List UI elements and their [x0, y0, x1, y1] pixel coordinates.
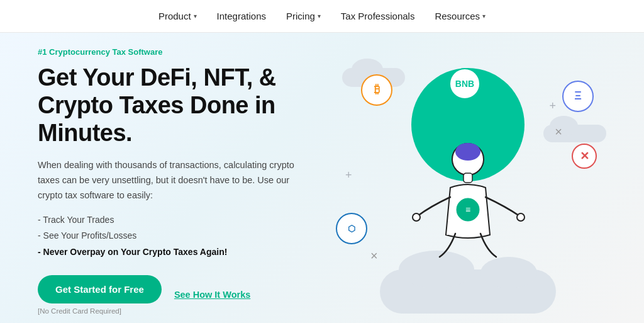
xmark-icon-top: ×: [555, 125, 562, 139]
pricing-chevron-icon: ▾: [318, 13, 321, 20]
hero-section: #1 Cryptocurrency Tax Software Get Your …: [0, 33, 644, 323]
feature-track: - Track Your Trades: [38, 212, 330, 228]
cta-primary-wrapper: Get Started for Free [No Credit Card Req…: [38, 275, 162, 315]
x-coin-icon: ✕: [572, 144, 597, 169]
feature-overpay: - Never Overpay on Your Crypto Taxes Aga…: [38, 244, 330, 260]
hero-badge: #1 Cryptocurrency Tax Software: [38, 47, 330, 57]
nav-pricing-label: Pricing: [286, 11, 315, 21]
ethereum-coin-icon: Ξ: [562, 81, 594, 112]
nav-product[interactable]: Product ▾: [158, 11, 197, 21]
hero-title: Get Your DeFi, NFT, & Crypto Taxes Done …: [38, 64, 330, 147]
cloud-right: [543, 125, 606, 142]
get-started-button[interactable]: Get Started for Free: [38, 275, 162, 303]
svg-point-1: [455, 143, 480, 161]
hero-content: #1 Cryptocurrency Tax Software Get Your …: [38, 47, 330, 314]
nav-resources[interactable]: Resources ▾: [435, 11, 486, 21]
cta-row: Get Started for Free [No Credit Card Req…: [38, 275, 330, 315]
feature-profits: - See Your Profits/Losses: [38, 228, 330, 244]
xmark-icon-bottom: ×: [370, 249, 378, 263]
resources-chevron-icon: ▾: [482, 13, 486, 20]
svg-text:≡: ≡: [465, 205, 470, 215]
hero-illustration: ₿ BNB Ξ ⬡ ≡: [330, 49, 606, 314]
no-credit-card-label: [No Credit Card Required]: [38, 307, 162, 315]
main-nav: Product ▾ Integrations Pricing ▾ Tax Pro…: [158, 11, 486, 21]
bitcoin-coin-icon: ₿: [361, 74, 392, 106]
nav-resources-label: Resources: [435, 11, 480, 21]
meditating-person-illustration: ≡: [405, 134, 531, 279]
dash-coin-icon: ⬡: [336, 213, 367, 244]
nav-pricing[interactable]: Pricing ▾: [286, 11, 321, 21]
see-how-it-works-button[interactable]: See How It Works: [174, 290, 250, 300]
nav-product-label: Product: [158, 11, 191, 21]
svg-point-3: [517, 213, 525, 221]
nav-tax-professionals-label: Tax Professionals: [341, 11, 415, 21]
nav-tax-professionals[interactable]: Tax Professionals: [341, 11, 415, 21]
navigation-header: CoinTracker Product ▾ Integrations Prici…: [0, 0, 644, 33]
svg-point-2: [413, 213, 420, 221]
plus-icon-left: +: [345, 169, 352, 182]
nav-integrations[interactable]: Integrations: [217, 11, 266, 21]
hero-description: When dealing with thousands of transacti…: [38, 158, 314, 203]
plus-icon-right: +: [549, 99, 556, 113]
svg-rect-6: [464, 173, 472, 183]
hero-features: - Track Your Trades - See Your Profits/L…: [38, 212, 330, 260]
nav-integrations-label: Integrations: [217, 11, 266, 21]
bnb-coin-icon: BNB: [449, 68, 480, 99]
product-chevron-icon: ▾: [194, 13, 197, 20]
